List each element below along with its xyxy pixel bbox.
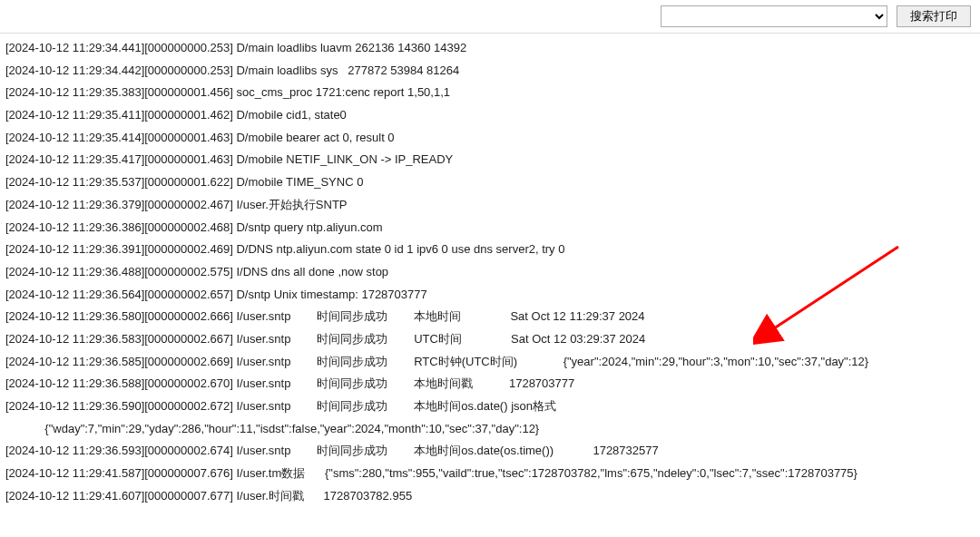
search-print-button[interactable]: 搜索打印 (897, 5, 971, 27)
log-line: [2024-10-12 11:29:36.583][000000002.667]… (5, 328, 975, 351)
log-line: [2024-10-12 11:29:35.411][000000001.462]… (5, 104, 975, 127)
log-line: [2024-10-12 11:29:35.417][000000001.463]… (5, 149, 975, 171)
log-line: [2024-10-12 11:29:36.488][000000002.575]… (5, 261, 975, 284)
log-line: [2024-10-12 11:29:35.383][000000001.456]… (5, 82, 975, 104)
log-line: [2024-10-12 11:29:35.414][000000001.463]… (5, 127, 975, 150)
log-line: [2024-10-12 11:29:35.537][000000001.622]… (5, 171, 975, 194)
log-line: [2024-10-12 11:29:36.564][000000002.657]… (5, 284, 975, 307)
log-line: [2024-10-12 11:29:41.607][000000007.677]… (5, 485, 975, 508)
log-line: [2024-10-12 11:29:34.441][000000000.253]… (5, 37, 975, 60)
log-line: [2024-10-12 11:29:36.588][000000002.670]… (5, 373, 975, 395)
log-line: [2024-10-12 11:29:41.587][000000007.676]… (5, 463, 975, 485)
log-output: [2024-10-12 11:29:34.441][000000000.253]… (0, 34, 980, 511)
log-line: [2024-10-12 11:29:36.379][000000002.467]… (5, 194, 975, 217)
filter-select[interactable] (661, 5, 887, 27)
log-line: [2024-10-12 11:29:36.580][000000002.666]… (5, 306, 975, 328)
log-line: {"wday":7,"min":29,"yday":286,"hour":11,… (5, 418, 975, 441)
log-line: [2024-10-12 11:29:36.593][000000002.674]… (5, 440, 975, 463)
log-line: [2024-10-12 11:29:36.585][000000002.669]… (5, 351, 975, 374)
log-line: [2024-10-12 11:29:36.590][000000002.672]… (5, 395, 975, 418)
log-line: [2024-10-12 11:29:34.442][000000000.253]… (5, 60, 975, 83)
log-line: [2024-10-12 11:29:36.386][000000002.468]… (5, 217, 975, 239)
log-line: [2024-10-12 11:29:36.391][000000002.469]… (5, 239, 975, 261)
toolbar: 搜索打印 (0, 0, 980, 34)
